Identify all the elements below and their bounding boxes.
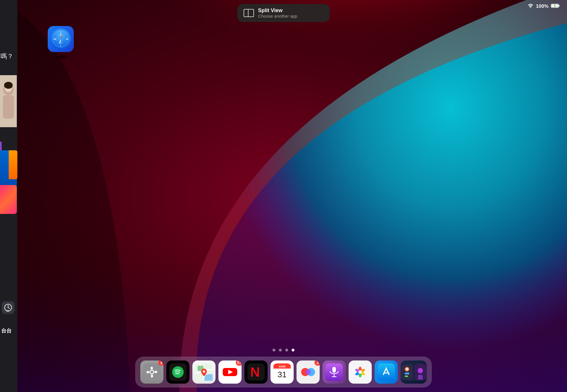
dock-netflix-icon[interactable]: N (244, 360, 268, 384)
svg-rect-73 (401, 364, 413, 380)
safari-app-icon[interactable]: N S W E Safari (48, 26, 74, 60)
split-view-tooltip[interactable]: Split View Choose another app (237, 4, 330, 22)
safari-icon-image: N S W E (48, 26, 74, 52)
svg-rect-70 (378, 363, 395, 381)
battery-icon (551, 3, 560, 10)
svg-line-10 (8, 308, 10, 308)
svg-rect-15 (559, 5, 559, 7)
left-colorful-app (0, 185, 17, 214)
svg-point-28 (150, 371, 153, 373)
wifi-icon (527, 3, 534, 10)
page-dot-1[interactable] (273, 349, 275, 352)
left-photo-thumbnail (0, 75, 17, 127)
svg-text:N: N (250, 365, 260, 380)
svg-point-12 (530, 7, 531, 8)
left-panel: 嗎？ 30 台台 (0, 0, 17, 392)
split-view-icon (244, 9, 254, 17)
dock-appstore-icon[interactable] (375, 360, 398, 384)
svg-rect-76 (405, 373, 409, 374)
svg-text:31: 31 (277, 370, 286, 379)
dock-photos-icon[interactable] (349, 360, 372, 384)
battery-percent: 100% (536, 3, 548, 9)
svg-rect-77 (405, 376, 408, 377)
left-chinese-bottom: 台台 (1, 327, 12, 334)
dock-settings-icon[interactable]: 2 (140, 360, 163, 384)
svg-point-57 (305, 369, 311, 375)
dock-dots-icon[interactable]: 2 (297, 360, 320, 384)
svg-rect-5 (3, 95, 14, 119)
split-view-text: Split View Choose another app (258, 8, 297, 19)
svg-point-43 (203, 370, 205, 373)
svg-text:N: N (60, 34, 62, 36)
svg-rect-59 (332, 367, 336, 373)
split-view-title: Split View (258, 8, 297, 14)
left-orange-app (9, 150, 17, 179)
dock-calendar-icon[interactable]: JUNE 31 (270, 360, 294, 384)
wallpaper-arc (0, 0, 567, 392)
dock: 2 (135, 357, 432, 387)
svg-text:W: W (54, 38, 56, 40)
dock-maps-icon[interactable] (192, 360, 216, 384)
left-clock-icon: 30 (2, 301, 14, 314)
svg-point-75 (406, 368, 408, 371)
left-chinese-text-1: 嗎？ (1, 52, 13, 61)
svg-point-79 (418, 368, 423, 373)
svg-text:S: S (60, 42, 62, 44)
split-view-subtitle: Choose another app (258, 14, 297, 19)
left-photo-image (0, 75, 17, 127)
status-bar-right: 100% (527, 3, 560, 10)
page-dot-2[interactable] (279, 349, 282, 352)
page-dots (273, 349, 294, 352)
dock-combined-icon[interactable] (401, 360, 427, 384)
dock-spotify-icon[interactable] (166, 360, 189, 384)
page-dot-3[interactable] (285, 349, 288, 352)
svg-text:30: 30 (6, 310, 9, 312)
page-dot-4-active[interactable] (292, 349, 294, 352)
svg-point-7 (4, 82, 13, 89)
svg-point-69 (358, 370, 362, 374)
svg-text:JUNE: JUNE (279, 365, 286, 368)
safari-label: Safari (55, 54, 67, 60)
wallpaper (0, 0, 567, 392)
dock-podcasts-icon[interactable] (323, 360, 346, 384)
svg-text:E: E (66, 38, 68, 40)
dock-youtube-icon[interactable]: 57 (218, 360, 242, 384)
